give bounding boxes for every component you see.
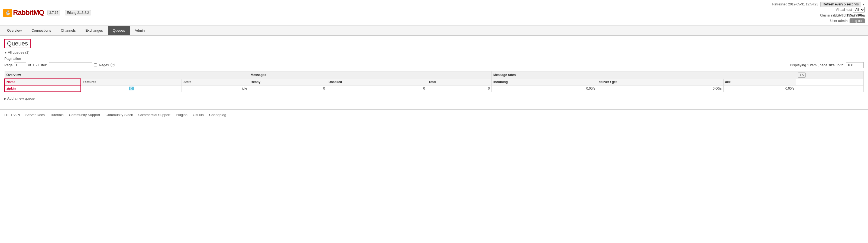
queue-tbody: zipkin D idle 0 0 0 0.00/s 0.00/s 0.00/s — [5, 85, 864, 92]
th-state: State — [182, 79, 249, 85]
regex-help[interactable]: ? — [111, 63, 115, 67]
cluster-value: rabbit@bf155a7a90ba — [831, 13, 865, 17]
footer: HTTP API Server Docs Tutorials Community… — [0, 109, 868, 120]
add-queue-section[interactable]: Add a new queue — [4, 96, 864, 100]
footer-http-api[interactable]: HTTP API — [4, 113, 20, 117]
regex-label: Regex — [99, 63, 109, 67]
td-state: idle — [182, 85, 249, 92]
page-label: Page — [4, 63, 12, 67]
td-empty — [796, 85, 863, 92]
td-ready: 0 — [249, 85, 327, 92]
page-size-input[interactable] — [846, 62, 864, 68]
table-row: zipkin D idle 0 0 0 0.00/s 0.00/s 0.00/s — [5, 85, 864, 92]
plus-minus-button[interactable]: +/- — [798, 72, 806, 78]
th-unacked: Unacked — [327, 79, 427, 85]
th-ready: Ready — [249, 79, 327, 85]
refreshed-label: Refreshed 2019-05-31 12:54:23 — [772, 2, 818, 6]
td-name[interactable]: zipkin — [5, 85, 81, 92]
th-features: Features — [81, 79, 182, 85]
footer-tutorials[interactable]: Tutorials — [50, 113, 63, 117]
th-incoming: incoming — [491, 79, 597, 85]
footer-community-support[interactable]: Community Support — [69, 113, 100, 117]
nav: Overview Connections Channels Exchanges … — [0, 26, 868, 36]
of-label: of — [28, 63, 31, 67]
refresh-button[interactable]: Refresh every 5 seconds — [820, 2, 861, 7]
footer-community-slack[interactable]: Community Slack — [105, 113, 133, 117]
th-empty — [796, 79, 863, 85]
group-rates: Message rates — [491, 71, 796, 79]
vhost-label: Virtual host — [836, 8, 852, 12]
queue-table: Overview Messages Message rates +/- Name… — [4, 71, 864, 92]
nav-exchanges[interactable]: Exchanges — [81, 26, 107, 35]
pagination-label: Pagination — [4, 57, 864, 61]
nav-queues[interactable]: Queues — [108, 26, 130, 35]
logo-text: RabbitMQ — [13, 8, 44, 17]
main-content: Queues All queues (1) Pagination Page of… — [0, 36, 868, 104]
th-name: Name — [5, 79, 81, 85]
erlang-badge: Erlang 21.3.8.2 — [65, 10, 91, 15]
cluster-label: Cluster — [820, 13, 830, 17]
logout-button[interactable]: Log out — [849, 19, 865, 23]
td-unacked: 0 — [327, 85, 427, 92]
version-badge: 3.7.15 — [48, 10, 60, 15]
th-deliver-get: deliver / get — [597, 79, 723, 85]
page-input[interactable] — [14, 62, 26, 68]
vhost-row: Virtual host All — [772, 7, 865, 12]
cluster-info: Cluster rabbit@bf155a7a90ba — [772, 13, 865, 18]
td-incoming: 0.00/s — [491, 85, 597, 92]
group-messages: Messages — [249, 71, 492, 79]
pagination-right: Displaying 1 item , page size up to: — [790, 62, 864, 68]
nav-overview[interactable]: Overview — [2, 26, 27, 35]
logo-wrapper: 🐇 RabbitMQ — [3, 8, 44, 17]
td-total: 0 — [427, 85, 491, 92]
filter-input[interactable] — [49, 62, 92, 68]
th-total: Total — [427, 79, 491, 85]
group-overview: Overview — [5, 71, 249, 79]
th-ack: ack — [723, 79, 796, 85]
regex-checkbox[interactable] — [94, 63, 97, 67]
user-label: User — [830, 19, 837, 23]
td-ack: 0.00/s — [723, 85, 796, 92]
footer-server-docs[interactable]: Server Docs — [26, 113, 45, 117]
page-title: Queues — [4, 39, 31, 48]
refresh-info: Refreshed 2019-05-31 12:54:23 Refresh ev… — [772, 2, 865, 7]
all-queues-header[interactable]: All queues (1) — [4, 50, 864, 55]
footer-changelog[interactable]: Changelog — [209, 113, 226, 117]
nav-admin[interactable]: Admin — [130, 26, 150, 35]
footer-github[interactable]: GitHub — [193, 113, 204, 117]
table-header-row: Name Features State Ready Unacked Total … — [5, 79, 864, 85]
logo-area: 🐇 RabbitMQ 3.7.15 Erlang 21.3.8.2 — [3, 8, 91, 17]
vhost-select[interactable]: All — [853, 7, 865, 12]
filter-label: - Filter: — [36, 63, 47, 67]
rabbit-icon: 🐇 — [3, 9, 12, 17]
td-deliver-get: 0.00/s — [597, 85, 723, 92]
pagination-row: Page of 1 - Filter: Regex ? — [4, 62, 115, 68]
user-value: admin — [838, 19, 847, 23]
user-row: User admin Log out — [772, 18, 865, 24]
topbar: 🐇 RabbitMQ 3.7.15 Erlang 21.3.8.2 Refres… — [0, 0, 868, 26]
table-group-row: Overview Messages Message rates +/- — [5, 71, 864, 79]
pagination-section: Pagination Page of 1 - Filter: Regex ? D… — [4, 57, 864, 68]
feature-badge-d: D — [129, 86, 134, 91]
refresh-chevron[interactable]: ▼ — [862, 3, 865, 6]
nav-connections[interactable]: Connections — [27, 26, 56, 35]
all-queues-label: All queues (1) — [8, 50, 30, 55]
footer-plugins[interactable]: Plugins — [176, 113, 187, 117]
of-value: 1 — [32, 63, 34, 67]
td-features: D — [81, 85, 182, 92]
displaying-label: Displaying 1 item , page size up to: — [790, 63, 844, 67]
footer-commercial-support[interactable]: Commercial Support — [138, 113, 171, 117]
add-queue-label: Add a new queue — [7, 96, 35, 100]
nav-channels[interactable]: Channels — [56, 26, 81, 35]
group-plus-minus[interactable]: +/- — [796, 71, 863, 79]
topbar-right: Refreshed 2019-05-31 12:54:23 Refresh ev… — [772, 2, 865, 24]
